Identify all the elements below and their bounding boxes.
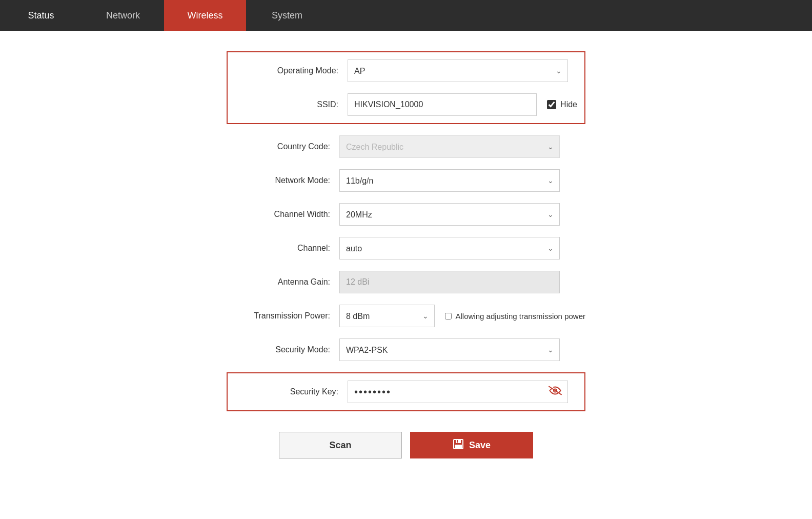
hide-checkbox-group: Hide (547, 100, 577, 109)
scan-button[interactable]: Scan (279, 432, 402, 458)
transmission-power-label: Transmission Power: (227, 311, 339, 321)
ssid-control-wrap (348, 93, 537, 116)
channel-control-wrap: auto 1 6 11 ⌄ (339, 237, 560, 260)
main-content: Operating Mode: AP Station ⌄ SSID: (0, 31, 812, 519)
svg-rect-2 (456, 440, 461, 443)
network-mode-select[interactable]: 11b/g/n 11b/g 11n (339, 169, 560, 192)
antenna-gain-input (339, 271, 560, 293)
nav-item-status[interactable]: Status (0, 0, 82, 31)
channel-select[interactable]: auto 1 6 11 (339, 237, 560, 260)
channel-width-label: Channel Width: (227, 210, 339, 219)
country-code-label: Country Code: (227, 142, 339, 151)
navigation-bar: Status Network Wireless System (0, 0, 812, 31)
network-mode-control-wrap: 11b/g/n 11b/g 11n ⌄ (339, 169, 560, 192)
form-section: Operating Mode: AP Station ⌄ SSID: (227, 51, 585, 458)
nav-item-system[interactable]: System (246, 0, 328, 31)
ssid-row: SSID: Hide (235, 93, 577, 116)
security-key-input[interactable] (348, 381, 568, 403)
security-key-control-wrap (348, 381, 568, 403)
security-key-row: Security Key: (235, 381, 577, 403)
red-border-top-group: Operating Mode: AP Station ⌄ SSID: (227, 51, 585, 124)
channel-label: Channel: (227, 244, 339, 253)
antenna-gain-label: Antenna Gain: (227, 277, 339, 287)
allow-tx-group: Allowing adjusting transmission power (445, 312, 585, 321)
network-mode-label: Network Mode: (227, 176, 339, 185)
svg-rect-3 (455, 445, 462, 448)
red-border-bottom-group: Security Key: (227, 372, 585, 411)
transmission-power-control-wrap: 8 dBm 10 dBm 12 dBm ⌄ (339, 305, 435, 327)
security-key-label: Security Key: (235, 387, 348, 396)
security-mode-select[interactable]: WPA2-PSK WPA-PSK None (339, 338, 560, 361)
eye-icon[interactable] (549, 386, 562, 398)
channel-width-control-wrap: 20MHz 40MHz ⌄ (339, 203, 560, 226)
nav-item-wireless[interactable]: Wireless (164, 0, 246, 31)
security-mode-row: Security Mode: WPA2-PSK WPA-PSK None ⌄ (227, 338, 585, 361)
country-code-select[interactable]: Czech Republic (339, 135, 560, 158)
svg-rect-4 (457, 440, 458, 443)
antenna-gain-control-wrap (339, 271, 560, 293)
buttons-row: Scan Save (227, 432, 585, 458)
form-outer: Operating Mode: AP Station ⌄ SSID: (0, 51, 812, 458)
allow-tx-label: Allowing adjusting transmission power (456, 312, 585, 321)
channel-row: Channel: auto 1 6 11 ⌄ (227, 237, 585, 260)
hide-checkbox[interactable] (547, 100, 556, 109)
operating-mode-row: Operating Mode: AP Station ⌄ (235, 59, 577, 82)
ssid-input[interactable] (348, 93, 537, 116)
save-button[interactable]: Save (410, 432, 533, 458)
operating-mode-label: Operating Mode: (235, 66, 348, 75)
transmission-power-row: Transmission Power: 8 dBm 10 dBm 12 dBm … (227, 305, 585, 327)
operating-mode-select[interactable]: AP Station (348, 59, 568, 82)
transmission-power-select[interactable]: 8 dBm 10 dBm 12 dBm (339, 305, 435, 327)
channel-width-row: Channel Width: 20MHz 40MHz ⌄ (227, 203, 585, 226)
ssid-label: SSID: (235, 100, 348, 109)
security-mode-label: Security Mode: (227, 345, 339, 354)
security-mode-control-wrap: WPA2-PSK WPA-PSK None ⌄ (339, 338, 560, 361)
allow-tx-checkbox[interactable] (445, 313, 452, 320)
nav-item-network[interactable]: Network (82, 0, 164, 31)
operating-mode-control-wrap: AP Station ⌄ (348, 59, 568, 82)
hide-label: Hide (560, 100, 577, 109)
channel-width-select[interactable]: 20MHz 40MHz (339, 203, 560, 226)
antenna-gain-row: Antenna Gain: (227, 271, 585, 293)
save-icon (453, 438, 464, 452)
country-code-control-wrap: Czech Republic ⌄ (339, 135, 560, 158)
network-mode-row: Network Mode: 11b/g/n 11b/g 11n ⌄ (227, 169, 585, 192)
country-code-row: Country Code: Czech Republic ⌄ (227, 135, 585, 158)
